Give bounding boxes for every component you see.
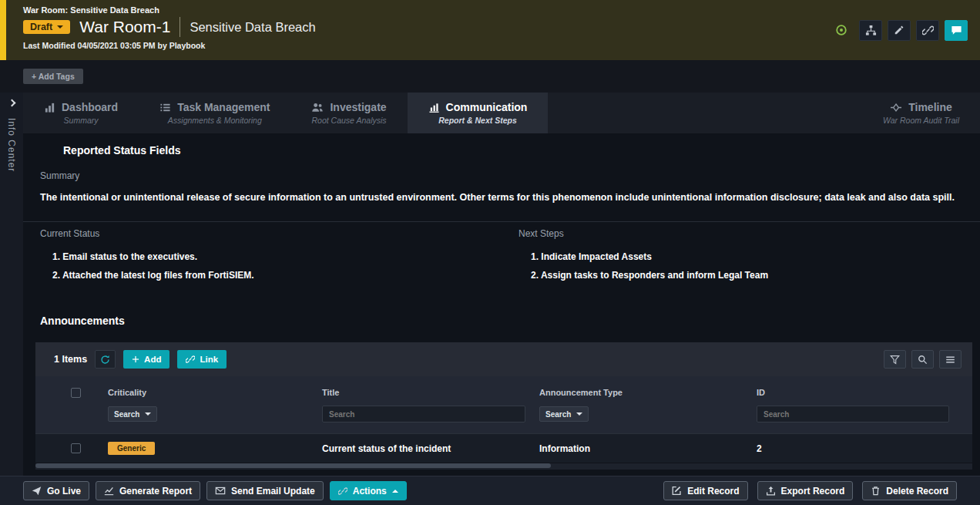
body-row: Info Center Dashboard Summary (0, 93, 980, 476)
criticality-badge: Generic (108, 442, 155, 455)
link-button-label: Link (200, 355, 218, 364)
warroom-header: War Room: Sensitive Data Breach Draft Wa… (0, 0, 980, 60)
generate-report-button[interactable]: Generate Report (96, 481, 200, 500)
announcements-grid: 1 Items Add (35, 342, 972, 470)
title-row: Draft War Room-1 Sensitive Data Breach (23, 17, 316, 37)
link-button[interactable] (916, 20, 939, 41)
status-indicator-icon (835, 24, 847, 36)
export-record-label: Export Record (781, 486, 845, 497)
current-status-item: 1. Email status to the executives. (52, 251, 502, 262)
communication-content: Reported Status Fields Summary The inten… (23, 133, 980, 476)
chevron-up-icon (392, 490, 398, 493)
tab-communication[interactable]: Communication Report & Next Steps (408, 93, 549, 133)
row-id: 2 (744, 443, 972, 454)
column-header-title[interactable]: Title (310, 388, 527, 397)
id-search-input[interactable] (757, 406, 949, 423)
communication-chart-icon (428, 102, 440, 113)
task-list-icon (159, 102, 171, 113)
people-icon (311, 102, 324, 113)
next-steps-item: 1. Indicate Impacted Assets (531, 251, 980, 262)
comments-button[interactable] (945, 20, 968, 41)
grid-menu-button[interactable] (939, 350, 962, 369)
status-dropdown[interactable]: Draft (23, 20, 70, 34)
current-status-column: Current Status 1. Email status to the ex… (23, 228, 502, 288)
export-record-button[interactable]: Export Record (757, 481, 854, 500)
table-row[interactable]: Generic Current status of the incident I… (35, 433, 972, 463)
header-left: War Room: Sensitive Data Breach Draft Wa… (23, 0, 316, 60)
tab-dashboard[interactable]: Dashboard Summary (23, 93, 139, 133)
title-divider (180, 17, 180, 37)
link-announcement-button[interactable]: Link (177, 350, 227, 369)
last-modified-text: Last Modified 04/05/2021 03:05 PM by Pla… (23, 41, 316, 50)
tab-subtitle: Assignments & Monitoring (168, 116, 262, 125)
next-steps-item: 2. Assign tasks to Responders and inform… (531, 270, 980, 281)
dashboard-chart-icon (44, 102, 55, 113)
tab-investigate[interactable]: Investigate Root Cause Analysis (290, 93, 407, 133)
page-title: War Room-1 (79, 18, 170, 36)
tab-spacer (548, 93, 862, 133)
go-live-label: Go Live (47, 486, 81, 497)
type-search-dropdown[interactable]: Search (539, 406, 589, 422)
criticality-search-dropdown[interactable]: Search (108, 406, 157, 422)
add-announcement-button[interactable]: Add (123, 350, 169, 369)
export-icon (766, 486, 776, 496)
warroom-page: War Room: Sensitive Data Breach Draft Wa… (0, 0, 980, 505)
refresh-button[interactable] (95, 350, 116, 369)
plus-icon (132, 355, 139, 363)
tab-label: Dashboard (62, 101, 118, 113)
column-header-id[interactable]: ID (744, 388, 972, 397)
select-all-checkbox[interactable] (71, 388, 81, 398)
tags-row: + Add Tags (0, 60, 980, 93)
add-tags-button[interactable]: + Add Tags (23, 69, 83, 84)
email-icon (215, 486, 226, 496)
timeline-milestone-icon (890, 102, 902, 113)
link-icon (338, 486, 347, 496)
filter-button[interactable] (884, 350, 906, 369)
title-search-input[interactable] (322, 406, 525, 423)
row-checkbox[interactable] (71, 443, 81, 453)
tab-label: Investigate (330, 101, 386, 113)
search-button[interactable] (911, 350, 934, 369)
next-steps-label: Next Steps (519, 228, 980, 239)
column-header-criticality[interactable]: Criticality (96, 388, 310, 397)
column-header-type[interactable]: Announcement Type (527, 388, 744, 397)
scrollbar-thumb[interactable] (35, 463, 551, 468)
send-email-update-button[interactable]: Send Email Update (206, 481, 324, 500)
expand-chevron-icon[interactable] (8, 99, 15, 107)
edit-record-label: Edit Record (687, 486, 739, 497)
summary-label: Summary (40, 170, 980, 181)
chevron-down-icon (576, 412, 582, 416)
column-header-row: Criticality Title Announcement Type ID (35, 382, 972, 402)
generate-report-label: Generate Report (119, 486, 192, 497)
team-button[interactable] (859, 20, 882, 41)
info-center-label[interactable]: Info Center (6, 118, 17, 172)
tab-bar: Dashboard Summary Task Management Assign… (23, 93, 980, 133)
footer-right-group: Edit Record Export Record Delete Record (663, 481, 957, 500)
hamburger-icon (945, 355, 955, 365)
edit-record-button[interactable]: Edit Record (663, 481, 747, 500)
tab-task-management[interactable]: Task Management Assignments & Monitoring (139, 93, 290, 133)
tab-timeline[interactable]: Timeline War Room Audit Trail (862, 93, 980, 133)
go-live-button[interactable]: Go Live (23, 481, 89, 500)
items-count: 1 Items (54, 354, 87, 365)
grid-toolbar-right (884, 350, 962, 369)
status-badge-label: Draft (30, 22, 52, 32)
current-status-item: 2. Attached the latest log files from Fo… (52, 270, 502, 281)
summary-text: The intentional or unintentional release… (40, 190, 962, 204)
actions-button[interactable]: Actions (330, 481, 407, 500)
grid-toolbar: 1 Items Add (35, 342, 972, 376)
current-status-list: 1. Email status to the executives. 2. At… (52, 251, 502, 281)
tab-subtitle: Root Cause Analysis (312, 116, 387, 125)
delete-record-button[interactable]: Delete Record (862, 481, 957, 500)
trash-icon (871, 486, 881, 496)
column-search-row: Search Search (35, 402, 972, 426)
tab-subtitle: Report & Next Steps (438, 116, 517, 125)
edit-square-icon (672, 486, 682, 496)
actions-label: Actions (353, 486, 387, 497)
tab-subtitle: Summary (64, 116, 99, 125)
refresh-icon (100, 355, 110, 365)
chevron-down-icon (57, 25, 63, 29)
next-steps-column: Next Steps 1. Indicate Impacted Assets 2… (502, 228, 980, 288)
delete-record-label: Delete Record (886, 486, 948, 497)
edit-button[interactable] (888, 20, 911, 41)
